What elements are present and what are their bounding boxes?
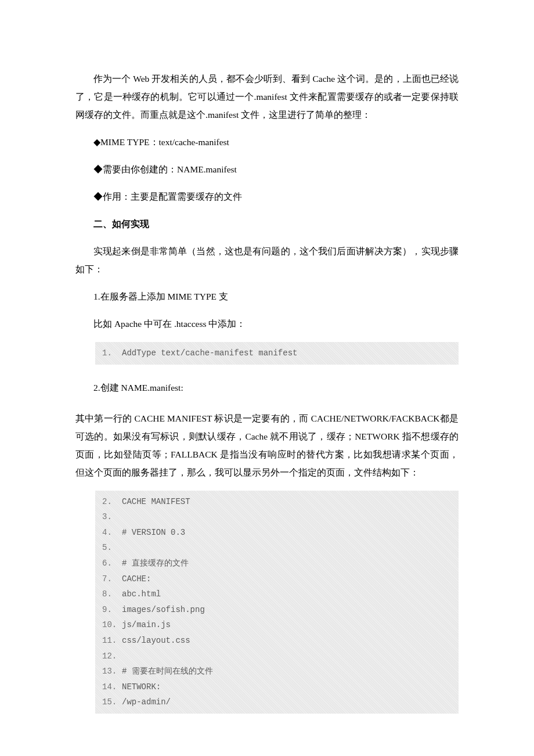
code-line-number: 5. <box>102 540 122 556</box>
code-line-text: AddType text/cache-manifest manifest <box>122 348 297 358</box>
code-line-text: # 需要在时间在线的文件 <box>122 667 213 676</box>
code-line-text: abc.html <box>122 589 161 599</box>
code-line-number: 4. <box>102 525 122 541</box>
code-line-number: 9. <box>102 602 122 618</box>
section-heading-2: 二、如何实现 <box>75 215 459 233</box>
code-line-number: 10. <box>102 617 122 633</box>
code-line-number: 8. <box>102 586 122 602</box>
code-line-number: 3. <box>102 509 122 525</box>
step-1-desc: 比如 Apache 中可在 .htaccess 中添加： <box>75 315 459 333</box>
code-line-number: 15. <box>102 694 122 710</box>
code-line-number: 14. <box>102 679 122 695</box>
code-line-text: images/sofish.png <box>122 605 205 614</box>
code-line-number: 6. <box>102 556 122 571</box>
code-block-1: 1.AddType text/cache-manifest manifest <box>95 342 459 365</box>
code-line-text: css/layout.css <box>122 636 190 645</box>
code-line-number: 2. <box>102 494 122 510</box>
bullet-mime-type: ◆MIME TYPE：text/cache-manifest <box>75 133 459 151</box>
code-line-number: 12. <box>102 649 122 664</box>
code-line-text: NETWORK: <box>122 682 161 692</box>
code-block-2: 2.CACHE MANIFEST 3. 4.# VERSION 0.3 5. 6… <box>95 491 459 714</box>
bullet-purpose: ◆作用：主要是配置需要缓存的文件 <box>75 188 459 206</box>
code-line-text: js/main.js <box>122 620 171 629</box>
code-line-text: # 直接缓存的文件 <box>122 559 189 568</box>
bullet-create-name: ◆需要由你创建的：NAME.manifest <box>75 160 459 178</box>
code-line-number: 13. <box>102 664 122 679</box>
manifest-desc-paragraph: 其中第一行的 CACHE MANIFEST 标识是一定要有的，而 CACHE/N… <box>75 409 459 481</box>
code-line-text: CACHE: <box>122 574 151 584</box>
code-line-number: 11. <box>102 633 122 649</box>
code-line-text: /wp-admin/ <box>122 697 171 707</box>
step-2-title: 2.创建 NAME.manifest: <box>75 379 459 397</box>
code-line-number: 7. <box>102 571 122 587</box>
implementation-intro: 实现起来倒是非常简单（当然，这也是有问题的，这个我们后面讲解决方案），实现步骤如… <box>75 242 459 278</box>
intro-paragraph: 作为一个 Web 开发相关的人员，都不会少听到、看到 Cache 这个词。是的，… <box>75 70 459 124</box>
code-line-text: # VERSION 0.3 <box>122 528 185 537</box>
code-line-text: CACHE MANIFEST <box>122 497 190 506</box>
code-line-number: 1. <box>102 345 122 361</box>
step-1-title: 1.在服务器上添加 MIME TYPE 支 <box>75 287 459 305</box>
